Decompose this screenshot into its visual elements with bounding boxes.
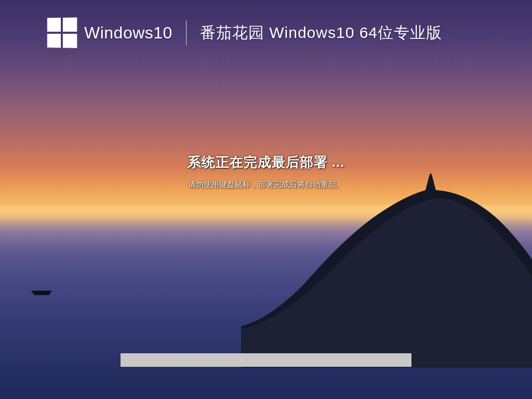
ocean-background [0,217,532,399]
windows-logo-icon [47,17,77,48]
status-block: 系统正在完成最后部署 ... 请勿使用键盘鼠标，部署完成后将自动重启。 [0,153,532,190]
header: Windows10 番茄花园 Windows10 64位专业版 [47,18,511,48]
logo-text: Windows10 [84,23,172,43]
boat-silhouette [31,288,52,295]
status-primary-text: 系统正在完成最后部署 ... [0,153,532,171]
edition-title: 番茄花园 Windows10 64位专业版 [200,22,442,44]
progress-track [121,353,411,367]
header-divider [186,20,187,45]
install-splash-screen: Windows10 番茄花园 Windows10 64位专业版 系统正在完成最后… [0,0,532,399]
progress-bar [121,353,411,367]
status-secondary-text: 请勿使用键盘鼠标，部署完成后将自动重启。 [0,180,532,190]
